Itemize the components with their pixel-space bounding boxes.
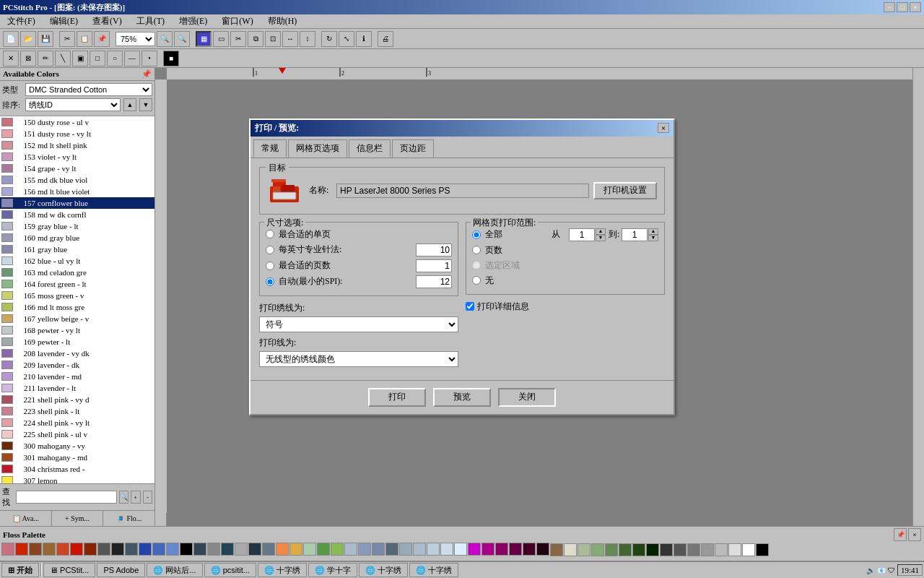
palette-swatch[interactable] xyxy=(550,543,563,556)
tool-dash[interactable]: — xyxy=(124,51,140,66)
palette-swatch[interactable] xyxy=(248,543,261,556)
copy2-btn[interactable]: ⧉ xyxy=(248,31,263,47)
fg-color[interactable]: ■ xyxy=(163,51,179,66)
dialog-close-button[interactable]: × xyxy=(658,123,669,133)
palette-swatch[interactable] xyxy=(701,543,714,556)
palette-swatch[interactable] xyxy=(728,543,741,556)
copy-btn[interactable]: 📋 xyxy=(77,31,92,47)
list-item[interactable]: 210 lavender - md xyxy=(0,371,154,382)
tool-rect[interactable]: □ xyxy=(90,51,105,66)
range-pages-radio[interactable] xyxy=(472,246,481,254)
range-selection-radio[interactable] xyxy=(472,261,481,269)
list-item[interactable]: 166 md lt moss gre xyxy=(0,301,154,313)
list-item[interactable]: 225 shell pink - ul v xyxy=(0,428,154,440)
menu-help[interactable]: 帮助(H) xyxy=(263,14,302,28)
panel-pin-icon[interactable]: 📌 xyxy=(141,69,152,79)
list-item[interactable]: 301 mahogany - md xyxy=(0,452,154,463)
size-input-4[interactable] xyxy=(416,275,452,288)
palette-swatch[interactable] xyxy=(152,543,165,556)
maximize-button[interactable]: □ xyxy=(897,2,908,12)
palette-swatch[interactable] xyxy=(193,543,206,556)
select-btn[interactable]: ▭ xyxy=(213,31,229,47)
palette-swatch[interactable] xyxy=(207,543,220,556)
taskbar-app-3[interactable]: 🌐 网站后... xyxy=(147,563,202,577)
palette-close[interactable]: × xyxy=(908,528,921,541)
palette-swatch[interactable] xyxy=(468,543,481,556)
add-btn[interactable]: + xyxy=(131,491,140,504)
palette-swatch[interactable] xyxy=(481,543,494,556)
open-btn[interactable]: 📂 xyxy=(20,31,36,47)
list-item[interactable]: 169 pewter - lt xyxy=(0,336,154,348)
flip-h-btn[interactable]: ↔ xyxy=(282,31,298,47)
palette-swatch[interactable] xyxy=(454,543,467,556)
list-item[interactable]: 307 lemon xyxy=(0,475,154,483)
menu-window[interactable]: 窗口(W) xyxy=(217,14,257,28)
list-item[interactable]: 163 md celadon gre xyxy=(0,267,154,278)
search-btn[interactable]: 🔍 xyxy=(119,491,128,504)
palette-swatch[interactable] xyxy=(646,543,659,556)
print-button[interactable]: 打印 xyxy=(368,388,426,407)
palette-swatch[interactable] xyxy=(591,543,604,556)
palette-swatch[interactable] xyxy=(317,543,330,556)
list-item[interactable]: 162 blue - ul vy lt xyxy=(0,255,154,267)
preview-button[interactable]: 预览 xyxy=(433,388,491,407)
zoom-in-btn[interactable]: 🔍 xyxy=(174,31,190,47)
palette-pin[interactable]: 📌 xyxy=(894,528,907,541)
palette-swatch[interactable] xyxy=(97,543,110,556)
rotate-btn[interactable]: ↻ xyxy=(321,31,337,47)
list-item[interactable]: 161 gray blue xyxy=(0,243,154,255)
size-radio-4[interactable] xyxy=(266,277,274,286)
list-item[interactable]: 157 cornflower blue xyxy=(0,197,154,209)
list-item[interactable]: 151 dusty rose - vy lt xyxy=(0,128,154,139)
palette-swatch[interactable] xyxy=(372,543,385,556)
taskbar-app-2[interactable]: PS Adobe xyxy=(97,563,145,577)
list-item[interactable]: 160 md gray blue xyxy=(0,232,154,243)
start-button[interactable]: ⊞ 开始 xyxy=(1,563,39,577)
taskbar-app-5[interactable]: 🌐 十字绣 xyxy=(258,563,307,577)
palette-swatch[interactable] xyxy=(687,543,700,556)
tool-line[interactable]: ╲ xyxy=(55,51,71,66)
flip-v-btn[interactable]: ↕ xyxy=(300,31,315,47)
palette-swatch[interactable] xyxy=(331,543,344,556)
printer-name-input[interactable] xyxy=(336,184,589,198)
print-details-checkbox[interactable] xyxy=(466,302,474,311)
list-item[interactable]: 224 shell pink - vy lt xyxy=(0,417,154,428)
zoom-out-btn[interactable]: 🔍 xyxy=(157,31,173,47)
palette-swatch[interactable] xyxy=(440,543,453,556)
palette-swatch[interactable] xyxy=(578,543,590,556)
close-button[interactable]: × xyxy=(910,2,921,12)
to-down[interactable]: ▼ xyxy=(648,235,658,241)
menu-file[interactable]: 文件(F) xyxy=(3,14,40,28)
close-button[interactable]: 关闭 xyxy=(498,388,556,407)
sort-desc-btn[interactable]: ▼ xyxy=(139,98,152,111)
from-up[interactable]: ▲ xyxy=(596,228,606,235)
tab-grid-options[interactable]: 网格页选项 xyxy=(288,139,347,158)
minimize-button[interactable]: − xyxy=(884,2,895,12)
palette-swatch[interactable] xyxy=(70,543,83,556)
palette-swatch[interactable] xyxy=(509,543,522,556)
list-item[interactable]: 223 shell pink - lt xyxy=(0,405,154,417)
taskbar-app-7[interactable]: 🌐 十字绣 xyxy=(359,563,408,577)
palette-swatch[interactable] xyxy=(262,543,275,556)
palette-swatch[interactable] xyxy=(674,543,687,556)
palette-swatch[interactable] xyxy=(125,543,138,556)
size-radio-3[interactable] xyxy=(266,262,274,270)
palette-swatch[interactable] xyxy=(180,543,193,556)
range-none-radio[interactable] xyxy=(472,276,481,285)
palette-swatch[interactable] xyxy=(344,543,357,556)
list-item[interactable]: 208 lavender - vy dk xyxy=(0,348,154,359)
zoom-combo[interactable]: 75% 100% 50% xyxy=(116,32,155,46)
list-item[interactable]: 155 md dk blue viol xyxy=(0,174,154,186)
tool-erase[interactable]: ⊠ xyxy=(20,51,36,66)
palette-swatch[interactable] xyxy=(660,543,673,556)
list-item[interactable]: 152 md lt shell pink xyxy=(0,139,154,151)
size-radio-1[interactable] xyxy=(266,230,274,238)
palette-swatch[interactable] xyxy=(235,543,248,556)
search-input[interactable] xyxy=(16,491,117,504)
tool-circle[interactable]: ○ xyxy=(107,51,123,66)
palette-swatch[interactable] xyxy=(221,543,234,556)
print-thread-combo[interactable]: 符号 颜色 颜色+符号 xyxy=(259,316,458,332)
palette-swatch[interactable] xyxy=(111,543,124,556)
list-item[interactable]: 150 dusty rose - ul v xyxy=(0,116,154,128)
palette-swatch[interactable] xyxy=(289,543,302,556)
